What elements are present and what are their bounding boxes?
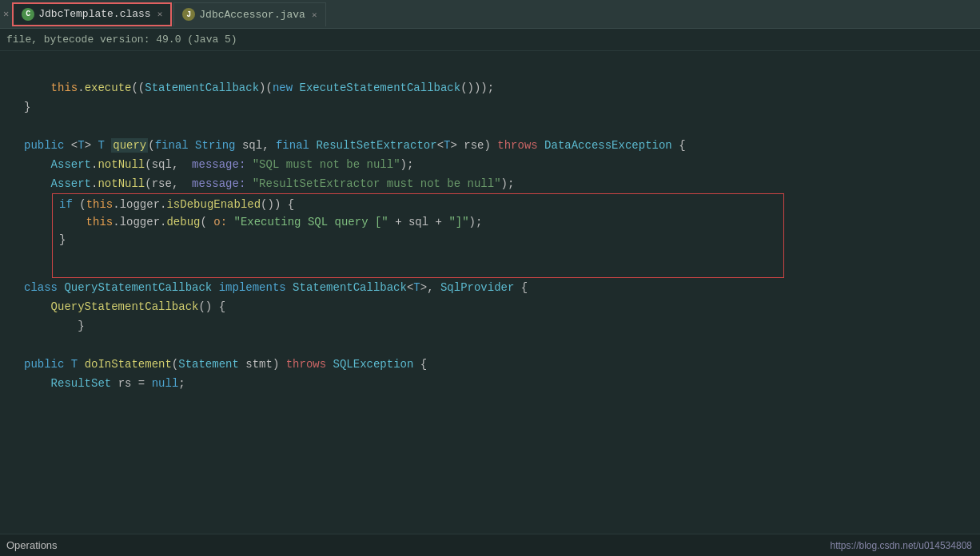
code-line: if (this.logger.isDebugEnabled()) { xyxy=(59,197,777,215)
highlighted-code-block: if (this.logger.isDebugEnabled()) { this… xyxy=(52,193,784,278)
operations-label: Operations xyxy=(6,539,58,551)
code-line: } xyxy=(0,316,980,336)
code-editor: this.execute((StatementCallback)(new Exe… xyxy=(0,51,980,556)
code-line: this.logger.debug( o: "Executing SQL que… xyxy=(59,215,777,232)
tab-close-jdbctemplate[interactable]: ✕ xyxy=(157,9,163,19)
code-line: public T doInStatement(Statement stmt) t… xyxy=(0,355,980,374)
code-line: Assert.notNull(rse, message: "ResultSetE… xyxy=(0,174,980,193)
file-info-bar: file, bytecode version: 49.0 (Java 5) xyxy=(0,29,980,51)
code-line xyxy=(0,336,980,355)
code-line xyxy=(59,250,777,274)
tab-bar: ✕ C JdbcTemplate.class ✕ J JdbcAccessor.… xyxy=(0,0,980,29)
code-line: ResultSet rs = null; xyxy=(0,374,980,393)
code-line: class QueryStatementCallback implements … xyxy=(0,278,980,297)
global-close[interactable]: ✕ xyxy=(3,8,9,20)
file-info-text: file, bytecode version: 49.0 (Java 5) xyxy=(6,34,237,46)
code-line: } xyxy=(59,232,777,250)
code-line: this.execute((StatementCallback)(new Exe… xyxy=(0,78,980,97)
tab-icon-class: C xyxy=(22,8,34,21)
code-line xyxy=(0,117,980,136)
tab-jdbctemplate[interactable]: C JdbcTemplate.class ✕ xyxy=(12,2,172,26)
bottom-bar: Operations https://blog.csdn.net/u014534… xyxy=(0,534,980,556)
code-line: Assert.notNull(sql, message: "SQL must n… xyxy=(0,155,980,174)
tab-label-jdbcaccessor: JdbcAccessor.java xyxy=(199,9,305,21)
tab-jdbcaccessor[interactable]: J JdbcAccessor.java ✕ xyxy=(173,2,325,26)
code-line: public <T> T query(final String sql, fin… xyxy=(0,136,980,155)
code-line xyxy=(0,59,980,78)
tab-close-jdbcaccessor[interactable]: ✕ xyxy=(312,10,317,20)
code-line: } xyxy=(0,97,980,117)
code-line: QueryStatementCallback() { xyxy=(0,297,980,316)
tab-icon-java: J xyxy=(182,8,195,21)
url-label: https://blog.csdn.net/u014534808 xyxy=(831,540,972,551)
tab-label-jdbctemplate: JdbcTemplate.class xyxy=(38,8,150,20)
